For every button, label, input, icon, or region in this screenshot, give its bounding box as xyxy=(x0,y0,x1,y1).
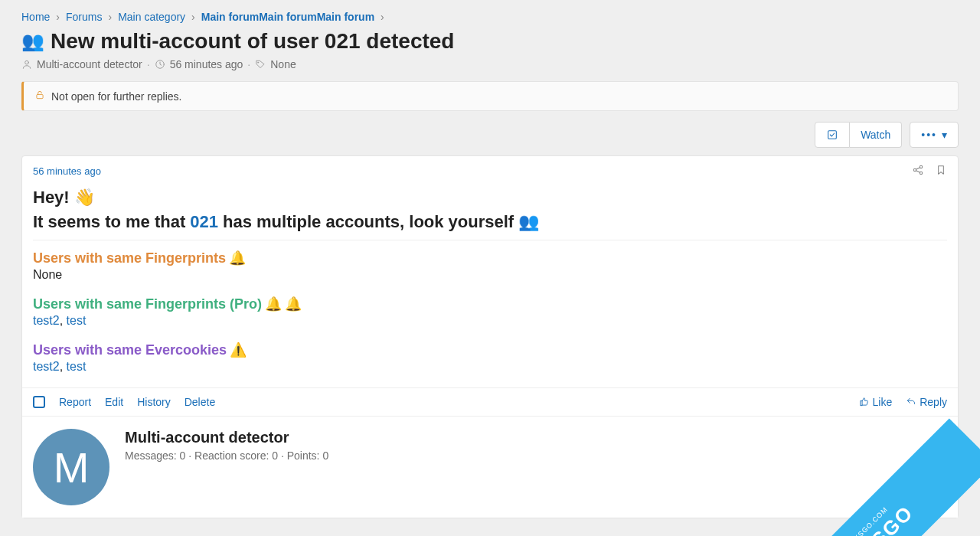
chevron-right-icon: › xyxy=(381,11,384,23)
bell-icon: 🔔 xyxy=(229,250,246,266)
chevron-right-icon: › xyxy=(191,11,195,23)
post-hey: Hey! xyxy=(33,188,70,208)
chevron-right-icon: › xyxy=(56,11,60,23)
thread-age[interactable]: 56 minutes ago xyxy=(170,58,243,70)
crumb-home[interactable]: Home xyxy=(21,11,50,23)
like-label: Like xyxy=(873,396,893,408)
section-fingerprints-body: None xyxy=(33,268,947,282)
match-user-link[interactable]: test xyxy=(67,360,87,373)
section-fingerprints-title: Users with same Fingerprints xyxy=(33,250,226,266)
author-name[interactable]: Multi-account detector xyxy=(125,429,328,446)
svg-point-2 xyxy=(258,62,259,63)
caret-down-icon: ▾ xyxy=(942,129,947,141)
history-link[interactable]: History xyxy=(137,396,171,408)
silhouette-icon: 👥 xyxy=(518,212,539,232)
lock-icon xyxy=(34,90,45,103)
more-icon: ••• xyxy=(921,129,937,141)
post: 56 minutes ago Hey! 👋 It seems to me tha… xyxy=(21,155,959,518)
thread-title-text: New multi-account of user 021 detected xyxy=(51,29,454,54)
watch-label: Watch xyxy=(861,129,890,141)
user-icon xyxy=(21,59,32,70)
delete-link[interactable]: Delete xyxy=(185,396,215,408)
more-menu-button[interactable]: ••• ▾ xyxy=(910,122,959,148)
chevron-right-icon: › xyxy=(108,11,112,23)
clock-icon xyxy=(155,59,165,70)
thread-tags: None xyxy=(270,58,296,70)
bell-icon: 🔔 xyxy=(265,296,282,312)
section-fingerprints-pro-title: Users with same Fingerprints (Pro) xyxy=(33,296,262,312)
select-toggle-button[interactable] xyxy=(815,122,850,148)
reply-button[interactable]: Reply xyxy=(906,396,947,408)
users-icon: 👥 xyxy=(21,31,44,52)
edit-link[interactable]: Edit xyxy=(105,396,123,408)
post-line-b: has multiple accounts, look yourself xyxy=(223,212,514,232)
svg-rect-4 xyxy=(828,131,837,139)
thread-toolbar: Watch ••• ▾ xyxy=(21,122,959,148)
section-evercookies-title: Users with same Evercookies xyxy=(33,342,227,358)
svg-point-0 xyxy=(25,60,29,64)
match-user-link[interactable]: test2 xyxy=(33,360,60,373)
match-user-link[interactable]: test2 xyxy=(33,314,60,327)
select-post-checkbox[interactable] xyxy=(33,396,45,408)
bell-icon: 🔔 xyxy=(285,296,302,312)
share-icon[interactable] xyxy=(912,164,924,178)
closed-notice: Not open for further replies. xyxy=(21,81,959,111)
crumb-forums[interactable]: Forums xyxy=(66,11,102,23)
detected-user-link[interactable]: 021 xyxy=(190,212,218,232)
warning-icon: ⚠️ xyxy=(230,342,247,358)
reply-icon xyxy=(906,397,916,407)
report-link[interactable]: Report xyxy=(59,396,91,408)
post-line-a: It seems to me that xyxy=(33,212,185,232)
like-button[interactable]: Like xyxy=(859,396,893,408)
svg-rect-3 xyxy=(37,94,43,98)
bookmark-icon[interactable] xyxy=(935,164,947,178)
author-stats: Messages: 0 · Reaction score: 0 · Points… xyxy=(125,449,328,462)
thread-meta: Multi-account detector · 56 minutes ago … xyxy=(21,58,959,70)
thumbs-up-icon xyxy=(859,397,870,407)
tag-icon xyxy=(255,59,266,70)
breadcrumb: Home › Forums › Main category › Main for… xyxy=(21,11,959,23)
thread-author[interactable]: Multi-account detector xyxy=(37,58,142,70)
author-avatar[interactable]: M xyxy=(33,429,109,505)
reply-label: Reply xyxy=(920,396,947,408)
crumb-forum[interactable]: Main forumMain forumMain forum xyxy=(201,11,374,23)
crumb-category[interactable]: Main category xyxy=(118,11,185,23)
thread-title: 👥 New multi-account of user 021 detected xyxy=(21,29,959,54)
match-user-link[interactable]: test xyxy=(67,314,87,327)
watch-button[interactable]: Watch xyxy=(850,122,902,148)
checkbox-icon xyxy=(826,129,838,141)
post-timestamp[interactable]: 56 minutes ago xyxy=(33,165,101,177)
closed-notice-text: Not open for further replies. xyxy=(51,90,181,103)
wave-icon: 👋 xyxy=(74,188,95,208)
